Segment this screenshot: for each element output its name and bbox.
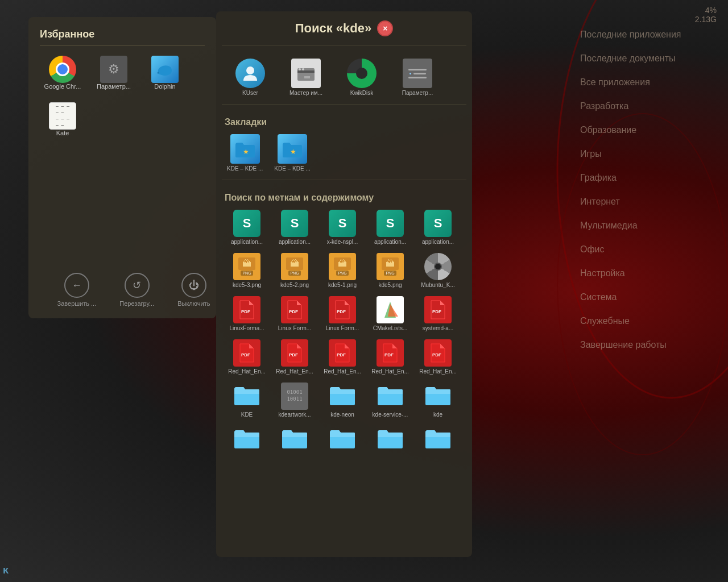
folder-extra1[interactable] [225,423,269,457]
file-rh5[interactable]: PDF Red_Hat_En... [416,337,460,377]
svg-text:PDF: PDF [289,309,298,314]
file-rh4-label: Red_Hat_En... [371,368,409,375]
file-rh1[interactable]: PDF Red_Hat_En... [225,337,269,377]
file-pdf2[interactable]: PDF Linux Form... [272,294,317,334]
file-pdf3[interactable]: PDF Linux Form... [320,294,365,334]
kde-logo[interactable]: κ [3,564,9,576]
file-systemd[interactable]: PDF systemd-a... [416,294,460,334]
file-app4[interactable]: S application... [368,207,412,247]
bookmark-2[interactable]: ★ KDE – KDE ... [272,132,312,174]
file-pdf3-label: Linux Form... [326,325,359,331]
sidebar-item-utilities[interactable]: Служебные [580,309,719,333]
reboot-label: Перезагру... [119,300,154,307]
folder-extra4[interactable] [368,423,412,457]
app-dolphin[interactable]: Dolphin [142,52,188,93]
sidebar-item-office[interactable]: Офис [580,238,719,261]
content-row-4: PDF Red_Hat_En... PDF Red_Hat_En... PDF … [225,337,464,377]
file-png3[interactable]: 🏔 PNG kde5-1.png [320,251,365,290]
wizard-label: Мастер им... [289,90,322,96]
file-rh4[interactable]: PDF Red_Hat_En... [368,337,412,377]
file-app2[interactable]: S application... [272,207,317,247]
app-kuser[interactable]: KUser [225,56,276,98]
folder-kde-service-label: kde-service-... [373,411,408,418]
search-title: Поиск «kde» [295,21,372,36]
svg-text:PDF: PDF [241,352,250,357]
favorites-grid: Google Chr... ⚙ Параметр... Dolphin — — … [40,52,205,140]
file-kdeartwork[interactable]: 0100110011 kdeartwork... [272,380,317,420]
sidebar-item-internet[interactable]: Интернет [580,190,719,214]
sidebar-item-graphics[interactable]: Графика [580,166,719,190]
folder-extra3-icon [329,426,356,453]
folder-kde-label: KDE [241,411,253,418]
png-icon-2: 🏔 PNG [281,253,308,280]
file-cmake[interactable]: CMakeLists... [368,294,412,334]
sidebar-item-dev[interactable]: Разработка [580,94,719,118]
app-settings[interactable]: ⚙ Параметр... [91,52,136,93]
file-rh3[interactable]: PDF Red_Hat_En... [320,337,365,377]
sidebar-item-all-apps[interactable]: Все приложения [580,70,719,94]
left-panel: Избранное Google Chr... ⚙ Параметр... Do… [28,17,216,318]
file-app4-label: application... [374,239,406,245]
sidebar-item-system[interactable]: Система [580,285,719,309]
sidebar-item-games[interactable]: Игры [580,142,719,166]
png-icon-1: 🏔 PNG [233,253,260,280]
logout-icon: ← [64,273,89,298]
sidebar-item-logout[interactable]: Завершение работы [580,333,719,357]
dolphin-icon [151,56,179,83]
app-kwikdisk[interactable]: KwikDisk [336,56,387,98]
rh-pdf-icon-3: PDF [329,339,356,367]
svg-text:PDF: PDF [241,309,250,314]
content-row-2: 🏔 PNG kde5-3.png 🏔 PNG kde5-2.png 🏔 PNG … [225,251,464,290]
file-pdf1[interactable]: PDF LinuxForma... [225,294,269,334]
folder-kde[interactable]: KDE [225,380,269,420]
file-app3[interactable]: S x-kde-nspl... [320,207,365,247]
folder-extra5[interactable] [416,423,460,457]
wizard-icon [291,59,321,88]
sidebar-item-recent-apps[interactable]: Последние приложения [580,23,719,47]
shutdown-button[interactable]: ⏻ Выключить [177,273,210,307]
close-button[interactable]: × [377,20,393,36]
app-google-chrome[interactable]: Google Chr... [40,52,85,93]
chrome-label: Google Chr... [44,83,81,90]
file-kdeartwork-label: kdeartwork... [278,411,311,418]
sidebar-item-edu[interactable]: Образование [580,118,719,142]
folder-kde2[interactable]: kde [416,380,460,420]
file-png1-label: kde5-3.png [233,282,261,288]
kwikdisk-icon [347,59,377,88]
folder-kde-service[interactable]: kde-service-... [368,380,412,420]
search-panel: Поиск «kde» × KUser Мастер им... [216,11,472,557]
folder-extra2-icon [281,426,308,453]
svg-text:PDF: PDF [337,352,346,357]
app-kate[interactable]: — — — — — — — — — — Kate [40,99,85,140]
app-wizard[interactable]: Мастер им... [280,56,332,98]
file-app1[interactable]: S application... [225,207,269,247]
folder-extra4-icon [377,426,404,453]
reboot-icon: ↺ [125,273,150,298]
folder-kde-icon [233,383,260,410]
file-png4[interactable]: 🏔 PNG kde5.png [368,251,412,290]
file-dvd[interactable]: Mubuntu_K... [416,251,460,290]
battery-label: 4% [695,6,717,15]
app-param[interactable]: Параметр... [392,56,443,98]
svg-text:PDF: PDF [432,309,441,314]
sidebar-item-recent-docs[interactable]: Последние документы [580,47,719,70]
dolphin-label: Dolphin [154,83,175,90]
bookmarks-grid: ★ KDE – KDE ... ★ KDE – KDE ... [225,132,464,174]
file-app1-label: application... [231,239,263,245]
reboot-button[interactable]: ↺ Перезагру... [119,273,154,307]
bookmark-1[interactable]: ★ KDE – KDE ... [225,132,265,174]
folder-kde-neon-label: kde-neon [330,411,354,418]
logout-button[interactable]: ← Завершить ... [57,273,97,307]
file-png2[interactable]: 🏔 PNG kde5-2.png [272,251,317,290]
file-png1[interactable]: 🏔 PNG kde5-3.png [225,251,269,290]
sidebar-item-settings[interactable]: Настройка [580,261,719,285]
folder-extra3[interactable] [320,423,365,457]
folder-neon-icon [329,383,356,410]
file-app5-label: application... [422,239,454,245]
file-app5[interactable]: S application... [416,207,460,247]
bottom-buttons: ← Завершить ... ↺ Перезагру... ⏻ Выключи… [46,273,222,307]
sidebar-item-multimedia[interactable]: Мультимедиа [580,214,719,238]
folder-kde-neon[interactable]: kde-neon [320,380,365,420]
folder-extra2[interactable] [272,423,317,457]
file-rh2[interactable]: PDF Red_Hat_En... [272,337,317,377]
